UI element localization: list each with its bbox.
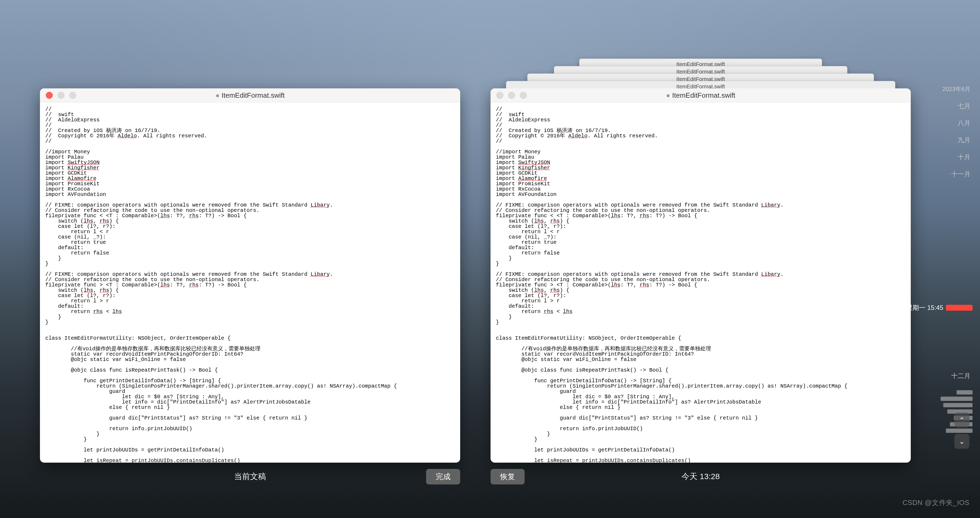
chevron-down-icon: ⌄ bbox=[959, 437, 965, 446]
version-nav-arrows: ⌃ ⌄ bbox=[955, 413, 969, 449]
restore-button[interactable]: 恢复 bbox=[490, 469, 525, 485]
window-title: ● ItemEditFormat.swift bbox=[40, 91, 460, 100]
timeline-month[interactable]: 十月 bbox=[958, 153, 970, 161]
timeline-month[interactable]: 八月 bbox=[958, 119, 970, 127]
code-content-current[interactable]: // // swift // AldeloExpress // // Creat… bbox=[40, 102, 460, 462]
footer-left: 当前文稿 完成 bbox=[40, 471, 460, 482]
timeline-now-marker: 11日 星期一 15:45 bbox=[891, 303, 972, 312]
desktop: ● ItemEditFormat.swift // // swift // Al… bbox=[0, 0, 980, 518]
timeline-bar[interactable] bbox=[956, 390, 972, 394]
next-version-button[interactable]: ⌄ bbox=[955, 434, 969, 449]
current-document-label: 当前文稿 bbox=[234, 471, 266, 482]
timeline-bar[interactable] bbox=[940, 397, 972, 401]
watermark-label: CSDN @文件夹_IOS bbox=[902, 498, 969, 507]
editor-window-version: ● ItemEditFormat.swift // // swift // Al… bbox=[490, 88, 911, 462]
window-title-text: ItemEditFormat.swift bbox=[672, 91, 735, 99]
edited-indicator-icon: ● bbox=[215, 91, 220, 99]
timeline-now-label: 11日 星期一 15:45 bbox=[891, 303, 943, 312]
code-content-version: // // swift // AldeloExpress // // Creat… bbox=[490, 102, 911, 462]
current-document-stack: ● ItemEditFormat.swift // // swift // Al… bbox=[40, 88, 460, 462]
version-timeline[interactable]: 2023年6月 七月 八月 九月 十月 十一月 十二月 11日 星期一 15:4… bbox=[930, 85, 972, 433]
timeline-month[interactable]: 十二月 bbox=[951, 372, 970, 380]
timeline-month[interactable]: 十一月 bbox=[951, 170, 970, 178]
chevron-up-icon: ⌃ bbox=[959, 416, 965, 424]
timeline-now-icon bbox=[946, 305, 972, 311]
window-title: ● ItemEditFormat.swift bbox=[490, 91, 911, 100]
timeline-month[interactable]: 九月 bbox=[958, 136, 970, 144]
editor-window-current: ● ItemEditFormat.swift // // swift // Al… bbox=[40, 88, 460, 462]
window-titlebar[interactable]: ● ItemEditFormat.swift bbox=[40, 88, 460, 102]
timeline-year: 2023年6月 bbox=[942, 85, 970, 93]
window-titlebar[interactable]: ● ItemEditFormat.swift bbox=[490, 88, 911, 102]
edited-indicator-icon: ● bbox=[666, 91, 670, 99]
footer-right: 恢复 今天 13:28 bbox=[490, 471, 911, 482]
timeline-bar[interactable] bbox=[943, 403, 972, 407]
version-timestamp-label: 今天 13:28 bbox=[681, 471, 719, 482]
timeline-month[interactable]: 七月 bbox=[958, 102, 970, 110]
window-title-text: ItemEditFormat.swift bbox=[221, 91, 285, 99]
version-document-stack: ItemEditFormat.swift ItemEditFormat.swif… bbox=[490, 88, 911, 462]
previous-version-button[interactable]: ⌃ bbox=[955, 413, 969, 427]
done-button[interactable]: 完成 bbox=[426, 469, 460, 485]
